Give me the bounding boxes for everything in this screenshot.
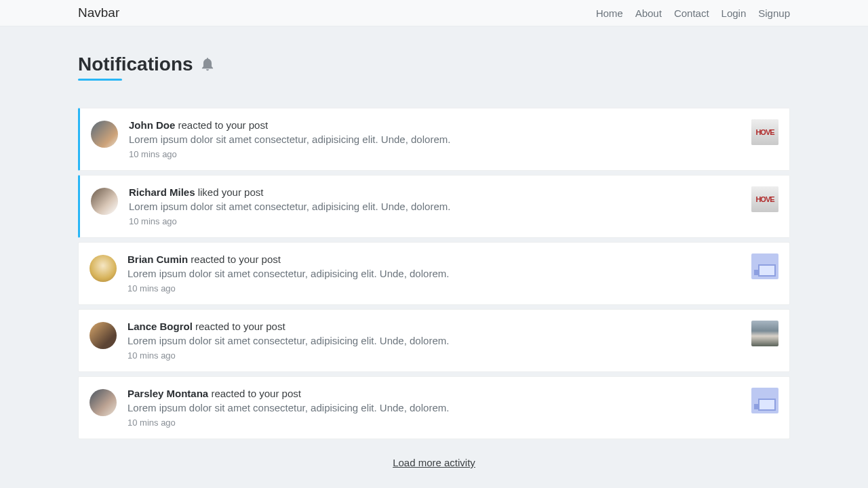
notification-title: Lance Bogrol reacted to your post xyxy=(127,321,741,332)
notification-action: liked your post xyxy=(198,186,264,198)
avatar xyxy=(90,322,117,349)
notification-item[interactable]: Richard Miles liked your post Lorem ipsu… xyxy=(78,175,790,238)
load-more: Load more activity xyxy=(78,457,790,468)
notification-time: 10 mins ago xyxy=(129,149,741,159)
navbar: Navbar Home About Contact Login Signup xyxy=(0,0,868,26)
notification-action: reacted to your post xyxy=(195,321,285,332)
avatar xyxy=(90,255,117,282)
notification-action: reacted to your post xyxy=(178,119,269,131)
notification-desc: Lorem ipsum dolor sit amet consectetur, … xyxy=(127,268,741,279)
load-more-link[interactable]: Load more activity xyxy=(393,457,475,468)
notification-title: John Doe reacted to your post xyxy=(129,119,741,131)
notification-user: Parsley Montana xyxy=(127,388,208,399)
notification-item[interactable]: Parsley Montana reacted to your post Lor… xyxy=(78,376,790,439)
nav-link-contact[interactable]: Contact xyxy=(674,7,709,19)
notification-title: Richard Miles liked your post xyxy=(129,186,741,198)
notification-user: Brian Cumin xyxy=(127,253,188,265)
nav-link-home[interactable]: Home xyxy=(596,7,623,19)
notification-desc: Lorem ipsum dolor sit amet consectetur, … xyxy=(129,134,741,145)
page-title: Notifications xyxy=(78,54,215,81)
page-title-text: Notifications xyxy=(78,54,193,75)
navbar-links: Home About Contact Login Signup xyxy=(596,7,790,19)
notification-body: Lance Bogrol reacted to your post Lorem … xyxy=(127,321,741,361)
notification-desc: Lorem ipsum dolor sit amet consectetur, … xyxy=(127,335,741,346)
notification-user: Richard Miles xyxy=(129,186,195,198)
notification-thumbnail xyxy=(751,253,778,279)
notification-body: Parsley Montana reacted to your post Lor… xyxy=(127,388,741,428)
notification-time: 10 mins ago xyxy=(127,418,741,428)
notification-item[interactable]: John Doe reacted to your post Lorem ipsu… xyxy=(78,108,790,171)
bell-icon xyxy=(200,57,215,72)
avatar xyxy=(90,389,117,416)
notification-desc: Lorem ipsum dolor sit amet consectetur, … xyxy=(129,201,741,212)
notification-thumbnail xyxy=(751,186,778,212)
notification-action: reacted to your post xyxy=(211,388,301,399)
navbar-brand[interactable]: Navbar xyxy=(78,5,119,20)
notification-thumbnail xyxy=(751,119,778,145)
notification-thumbnail xyxy=(751,388,778,413)
avatar xyxy=(91,121,118,148)
nav-link-signup[interactable]: Signup xyxy=(758,7,790,19)
notification-time: 10 mins ago xyxy=(127,350,741,361)
notification-body: Richard Miles liked your post Lorem ipsu… xyxy=(129,186,741,226)
notification-title: Brian Cumin reacted to your post xyxy=(127,253,741,265)
notification-item[interactable]: Lance Bogrol reacted to your post Lorem … xyxy=(78,309,790,372)
avatar xyxy=(91,188,118,215)
notification-list: John Doe reacted to your post Lorem ipsu… xyxy=(78,108,790,439)
notification-user: Lance Bogrol xyxy=(127,321,193,332)
notification-time: 10 mins ago xyxy=(129,216,741,226)
notification-title: Parsley Montana reacted to your post xyxy=(127,388,741,399)
notification-body: Brian Cumin reacted to your post Lorem i… xyxy=(127,253,741,293)
notification-body: John Doe reacted to your post Lorem ipsu… xyxy=(129,119,741,159)
nav-link-about[interactable]: About xyxy=(635,7,662,19)
notification-time: 10 mins ago xyxy=(127,283,741,293)
nav-link-login[interactable]: Login xyxy=(722,7,747,19)
notification-desc: Lorem ipsum dolor sit amet consectetur, … xyxy=(127,402,741,413)
notification-item[interactable]: Brian Cumin reacted to your post Lorem i… xyxy=(78,242,790,305)
notification-action: reacted to your post xyxy=(191,253,281,265)
notification-thumbnail xyxy=(751,321,778,346)
notification-user: John Doe xyxy=(129,119,175,131)
